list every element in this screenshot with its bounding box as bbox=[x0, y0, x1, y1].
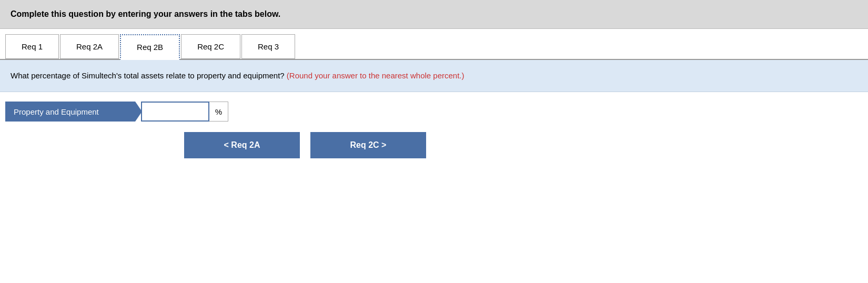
tab-req1[interactable]: Req 1 bbox=[5, 34, 59, 59]
percent-symbol: % bbox=[209, 102, 228, 122]
tab-req2b[interactable]: Req 2B bbox=[120, 34, 180, 60]
property-equipment-label: Property and Equipment bbox=[5, 102, 142, 122]
tab-req2a[interactable]: Req 2A bbox=[60, 34, 119, 59]
percentage-input[interactable] bbox=[141, 102, 209, 122]
instruction-bar: Complete this question by entering your … bbox=[0, 0, 868, 29]
question-normal-text: What percentage of Simultech's total ass… bbox=[11, 71, 287, 80]
tabs-container: Req 1 Req 2A Req 2B Req 2C Req 3 bbox=[0, 34, 868, 60]
tab-req2c[interactable]: Req 2C bbox=[181, 34, 240, 59]
prev-button[interactable]: < Req 2A bbox=[184, 132, 300, 158]
nav-buttons: < Req 2A Req 2C > bbox=[184, 132, 863, 158]
question-area: What percentage of Simultech's total ass… bbox=[0, 60, 868, 92]
question-red-text: (Round your answer to the nearest whole … bbox=[287, 71, 465, 80]
answer-row: Property and Equipment % bbox=[5, 102, 863, 122]
next-button[interactable]: Req 2C > bbox=[310, 132, 426, 158]
instruction-text: Complete this question by entering your … bbox=[11, 9, 280, 18]
tab-req3[interactable]: Req 3 bbox=[241, 34, 295, 59]
